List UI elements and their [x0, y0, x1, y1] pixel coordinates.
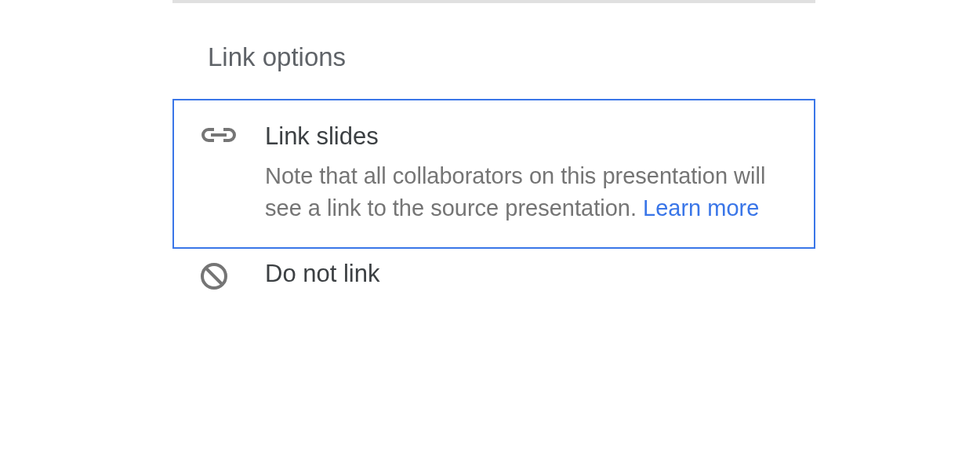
prohibit-icon: [199, 258, 243, 291]
link-slides-title: Link slides: [265, 121, 789, 152]
link-slides-description: Note that all collaborators on this pres…: [265, 160, 789, 224]
learn-more-link[interactable]: Learn more: [643, 195, 759, 221]
do-not-link-title: Do not link: [265, 258, 789, 290]
do-not-link-option[interactable]: Do not link: [172, 249, 815, 323]
svg-line-2: [206, 268, 222, 284]
link-icon: [199, 121, 243, 146]
section-title: Link options: [172, 42, 815, 72]
section-divider: [172, 0, 815, 3]
link-slides-option[interactable]: Link slides Note that all collaborators …: [172, 99, 815, 249]
